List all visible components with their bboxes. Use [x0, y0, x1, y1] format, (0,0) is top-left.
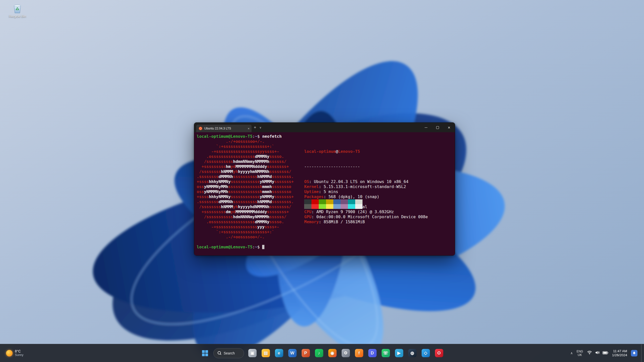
tray-expand-chevron-icon[interactable]: ∧	[570, 351, 573, 355]
recycle-bin-label: Recycle Bin	[9, 14, 26, 18]
tab-title: Ubuntu 22.04.3 LTS	[204, 127, 231, 130]
taskbar-app-spotify-icon[interactable]: ♪	[314, 348, 324, 358]
taskbar-app-steam-icon[interactable]: ◍	[407, 348, 417, 358]
tab-dropdown-chevron-icon[interactable]: ∨	[258, 126, 262, 129]
neofetch-title: local-optimum@Lenovo-T5	[304, 149, 428, 154]
terminal-tab[interactable]: Ubuntu 22.04.3 LTS ×	[196, 125, 252, 132]
neofetch-info-line: Kernel: 5.15.133.1-microsoft-standard-WS…	[304, 184, 428, 189]
terminal-content[interactable]: local-optimum@Lenovo-T5:~$neofetch .-/+o…	[194, 132, 455, 255]
weather-widget[interactable]: 8°C Sunny	[4, 348, 26, 358]
system-tray: ∧ ENG UK	[570, 344, 644, 362]
terminal-prompt-line[interactable]: local-optimum@Lenovo-T5:~$	[197, 245, 452, 250]
terminal-titlebar[interactable]: Ubuntu 22.04.3 LTS × + ∨ ×	[194, 123, 455, 132]
palette-color	[319, 199, 326, 204]
taskbar-app-telegram-icon[interactable]: ▶	[394, 348, 404, 358]
ubuntu-icon	[199, 127, 202, 130]
neofetch-info-line: CPU: AMD Ryzen 9 7900 (24) @ 3.692GHz	[304, 209, 428, 214]
taskbar: 8°C Sunny Search ▣▤eWP♪◉⚙fD☏▶◍◇O ∧ ENG U…	[0, 344, 644, 362]
minimize-icon	[425, 127, 427, 128]
neofetch-info-line: Uptime: 5 mins	[304, 189, 428, 194]
neofetch-output: .-/+oossssoo+/-. `:+ssssssssssssssssss+:…	[197, 139, 452, 240]
palette-color	[304, 199, 311, 204]
palette-color	[311, 204, 319, 209]
palette-color	[326, 204, 333, 209]
taskbar-app-word-icon[interactable]: W	[287, 348, 297, 358]
weather-condition: Sunny	[15, 353, 23, 357]
taskbar-app-settings-icon[interactable]: ⚙	[341, 348, 351, 358]
taskbar-center: Search ▣▤eWP♪◉⚙fD☏▶◍◇O	[200, 344, 444, 362]
palette-color	[333, 204, 341, 209]
palette-color	[341, 204, 348, 209]
neofetch-info-line: Memory: 858MiB / 15861MiB	[304, 219, 428, 224]
close-icon: ×	[448, 125, 450, 130]
palette-color	[333, 199, 341, 204]
neofetch-info: local-optimum@Lenovo-T5 ----------------…	[304, 139, 428, 214]
weather-temperature: 8°C	[15, 349, 23, 353]
volume-icon[interactable]	[595, 350, 600, 356]
recycle-bin[interactable]: Recycle Bin	[4, 3, 31, 18]
windows-logo-icon	[202, 350, 208, 356]
neofetch-info-line: Packages: 568 (dpkg), 10 (snap)	[304, 194, 428, 199]
palette-color	[326, 199, 333, 204]
palette-color	[319, 204, 326, 209]
taskbar-app-file-explorer-icon[interactable]: ▤	[261, 348, 271, 358]
taskbar-app-chrome-icon[interactable]: ◉	[327, 348, 337, 358]
prompt-path: ~	[255, 134, 257, 139]
sun-icon	[6, 350, 13, 356]
titlebar-drag-area[interactable]	[262, 123, 420, 132]
color-palette	[304, 199, 428, 204]
taskbar-app-opera-icon[interactable]: O	[434, 348, 444, 358]
neofetch-info-line: GPU: 0dac:00:00.0 Microsoft Corporation …	[304, 214, 428, 219]
taskbar-app-discord-icon[interactable]: D	[367, 348, 377, 358]
language-indicator[interactable]: ENG UK	[577, 350, 583, 357]
tab-close-icon[interactable]: ×	[248, 127, 250, 130]
new-tab-button[interactable]: +	[252, 125, 258, 130]
battery-icon[interactable]	[602, 351, 608, 355]
tray-date: 1/26/2024	[612, 353, 627, 357]
tray-time: 11:47 AM	[613, 349, 627, 353]
command-text: neofetch	[262, 134, 281, 139]
taskbar-app-vscode-icon[interactable]: ◇	[421, 348, 431, 358]
palette-color	[304, 204, 311, 209]
recycle-bin-icon	[12, 3, 23, 14]
prompt-user-host: local-optimum@Lenovo-T5	[197, 134, 253, 139]
terminal-window: Ubuntu 22.04.3 LTS × + ∨ × local-optimum…	[194, 122, 455, 256]
taskbar-app-edge-icon[interactable]: e	[274, 348, 284, 358]
search-box[interactable]: Search	[213, 348, 244, 358]
desktop: Recycle Bin Ubuntu 22.04.3 LTS × + ∨ × l…	[0, 0, 644, 362]
palette-color	[355, 199, 363, 204]
palette-color	[348, 199, 355, 204]
notification-bell[interactable]	[631, 350, 637, 356]
start-button[interactable]	[200, 348, 210, 358]
search-icon	[218, 351, 221, 355]
bell-icon	[632, 351, 636, 355]
taskbar-app-task-view-icon[interactable]: ▣	[247, 348, 257, 358]
taskbar-app-whatsapp-icon[interactable]: ☏	[381, 348, 391, 358]
terminal-command-line: local-optimum@Lenovo-T5:~$neofetch	[197, 134, 452, 139]
prompt-user-host: local-optimum@Lenovo-T5	[197, 245, 253, 249]
neofetch-ascii-logo: .-/+oossssoo+/-. `:+ssssssssssssssssss+:…	[197, 139, 294, 240]
search-label: Search	[224, 351, 235, 355]
clock[interactable]: 11:47 AM 1/26/2024	[612, 349, 627, 357]
maximize-icon	[436, 126, 439, 129]
taskbar-app-powerpoint-icon[interactable]: P	[301, 348, 311, 358]
palette-color	[348, 204, 355, 209]
text-cursor	[262, 245, 264, 249]
neofetch-info-line: OS: Ubuntu 22.04.3 LTS on Windows 10 x86…	[304, 179, 428, 184]
prompt-path: ~	[255, 245, 257, 249]
palette-color	[311, 199, 319, 204]
palette-color	[341, 199, 348, 204]
neofetch-info-lines: OS: Ubuntu 22.04.3 LTS on Windows 10 x86…	[304, 179, 428, 184]
minimize-button[interactable]	[420, 123, 432, 132]
taskbar-app-firefox-icon[interactable]: f	[354, 348, 364, 358]
neofetch-separator: -----------------------	[304, 164, 428, 169]
maximize-button[interactable]	[432, 123, 443, 132]
wifi-icon[interactable]	[587, 350, 592, 356]
show-desktop-button[interactable]	[641, 344, 643, 362]
close-button[interactable]: ×	[443, 123, 455, 132]
palette-color	[355, 204, 363, 209]
